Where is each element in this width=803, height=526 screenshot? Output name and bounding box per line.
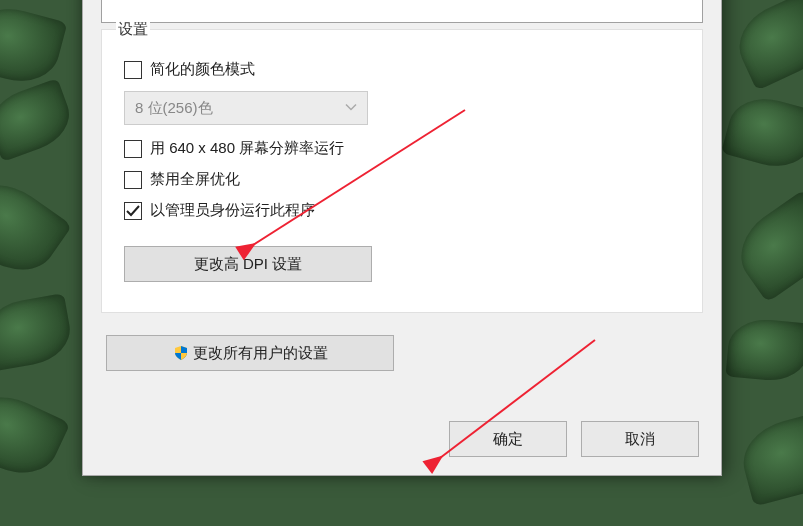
reduced-color-mode-checkbox[interactable] bbox=[124, 61, 142, 79]
run-as-admin-label: 以管理员身份运行此程序 bbox=[150, 201, 315, 220]
disable-fullscreen-opt-checkbox[interactable] bbox=[124, 171, 142, 189]
run-640x480-checkbox[interactable] bbox=[124, 140, 142, 158]
color-bits-select: 8 位(256)色 bbox=[124, 91, 368, 125]
chevron-down-icon bbox=[345, 100, 357, 117]
properties-dialog: 设置 简化的颜色模式 8 位(256)色 用 640 x 480 屏幕分辨率运行… bbox=[82, 0, 722, 476]
fieldset-legend: 设置 bbox=[116, 20, 150, 39]
wallpaper-leaf bbox=[0, 78, 78, 162]
run-640x480-label: 用 640 x 480 屏幕分辨率运行 bbox=[150, 139, 344, 158]
settings-fieldset: 设置 简化的颜色模式 8 位(256)色 用 640 x 480 屏幕分辨率运行… bbox=[101, 29, 703, 313]
change-high-dpi-button[interactable]: 更改高 DPI 设置 bbox=[124, 246, 372, 282]
wallpaper-leaf bbox=[735, 408, 803, 506]
shield-icon bbox=[173, 345, 189, 361]
wallpaper-leaf bbox=[726, 189, 803, 302]
wallpaper-leaf bbox=[727, 0, 803, 91]
disable-fullscreen-opt-label: 禁用全屏优化 bbox=[150, 170, 240, 189]
wallpaper-leaf bbox=[0, 383, 70, 487]
wallpaper-leaf bbox=[721, 90, 803, 175]
change-all-users-label: 更改所有用户的设置 bbox=[193, 344, 328, 363]
upper-panel-edge bbox=[101, 0, 703, 23]
reduced-color-mode-label: 简化的颜色模式 bbox=[150, 60, 255, 79]
cancel-button[interactable]: 取消 bbox=[581, 421, 699, 457]
checkmark-icon bbox=[126, 204, 140, 218]
dialog-bottom-buttons: 确定 取消 bbox=[83, 421, 699, 457]
run-as-admin-checkbox[interactable] bbox=[124, 202, 142, 220]
wallpaper-leaf bbox=[726, 317, 803, 384]
cancel-button-label: 取消 bbox=[625, 430, 655, 449]
wallpaper-leaf bbox=[0, 0, 68, 90]
wallpaper-leaf bbox=[0, 293, 75, 372]
change-high-dpi-label: 更改高 DPI 设置 bbox=[194, 255, 302, 274]
color-bits-value: 8 位(256)色 bbox=[135, 99, 213, 118]
ok-button[interactable]: 确定 bbox=[449, 421, 567, 457]
ok-button-label: 确定 bbox=[493, 430, 523, 449]
wallpaper-leaf bbox=[0, 168, 72, 287]
change-all-users-button[interactable]: 更改所有用户的设置 bbox=[106, 335, 394, 371]
